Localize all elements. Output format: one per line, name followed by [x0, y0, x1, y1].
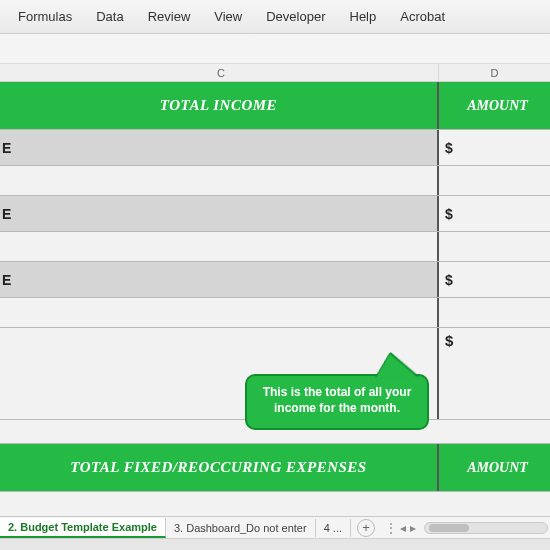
add-sheet-button[interactable]: + — [357, 519, 375, 537]
sheet-tab-dashboard[interactable]: 3. Dashboard_Do not enter — [166, 519, 316, 537]
status-bar — [0, 538, 550, 550]
ribbon-toolbar — [0, 34, 550, 64]
sheet-tab-budget-template[interactable]: 2. Budget Template Example — [0, 518, 166, 538]
sheet-tab-bar: 2. Budget Template Example 3. Dashboard_… — [0, 516, 550, 538]
tab-nav-dots[interactable]: ⋮ ◂ ▸ — [381, 521, 420, 535]
ribbon-menu: Formulas Data Review View Developer Help… — [0, 0, 550, 34]
income-total-amount: $ — [439, 328, 550, 419]
menu-developer[interactable]: Developer — [254, 5, 337, 28]
menu-review[interactable]: Review — [136, 5, 203, 28]
menu-formulas[interactable]: Formulas — [6, 5, 84, 28]
header-total-expenses-label: TOTAL FIXED/REOCCURING EXPENSES — [0, 444, 439, 491]
header-amount-label: AMOUNT — [439, 82, 550, 129]
blank-row-2[interactable] — [0, 232, 550, 262]
menu-view[interactable]: View — [202, 5, 254, 28]
callout-text: This is the total of all your income for… — [263, 385, 412, 415]
horizontal-scrollbar[interactable] — [424, 522, 548, 534]
worksheet[interactable]: TOTAL INCOME AMOUNT E $ E $ E $ $ TOTAL … — [0, 82, 550, 516]
income-row-1[interactable]: E $ — [0, 130, 550, 166]
header-expenses-amount-label: AMOUNT — [439, 444, 550, 491]
column-header-c[interactable]: C — [4, 64, 439, 81]
header-total-income-label: TOTAL INCOME — [0, 82, 439, 129]
income-row-2-amount: $ — [439, 196, 550, 231]
menu-acrobat[interactable]: Acrobat — [388, 5, 457, 28]
menu-help[interactable]: Help — [338, 5, 389, 28]
menu-data[interactable]: Data — [84, 5, 135, 28]
income-row-3-label: E — [0, 262, 437, 297]
income-row-2-label: E — [0, 196, 437, 231]
sheet-tab-more[interactable]: 4 ... — [316, 519, 351, 537]
income-row-3[interactable]: E $ — [0, 262, 550, 298]
column-header-d[interactable]: D — [439, 64, 550, 81]
blank-row-1[interactable] — [0, 166, 550, 196]
blank-row-3[interactable] — [0, 298, 550, 328]
column-headers: C D — [0, 64, 550, 82]
header-total-expenses: TOTAL FIXED/REOCCURING EXPENSES AMOUNT — [0, 444, 550, 492]
income-row-3-amount: $ — [439, 262, 550, 297]
income-row-2[interactable]: E $ — [0, 196, 550, 232]
scrollbar-thumb[interactable] — [429, 524, 469, 532]
header-total-income: TOTAL INCOME AMOUNT — [0, 82, 550, 130]
callout-total-income: This is the total of all your income for… — [245, 374, 429, 430]
income-row-1-label: E — [0, 130, 437, 165]
income-row-1-amount: $ — [439, 130, 550, 165]
